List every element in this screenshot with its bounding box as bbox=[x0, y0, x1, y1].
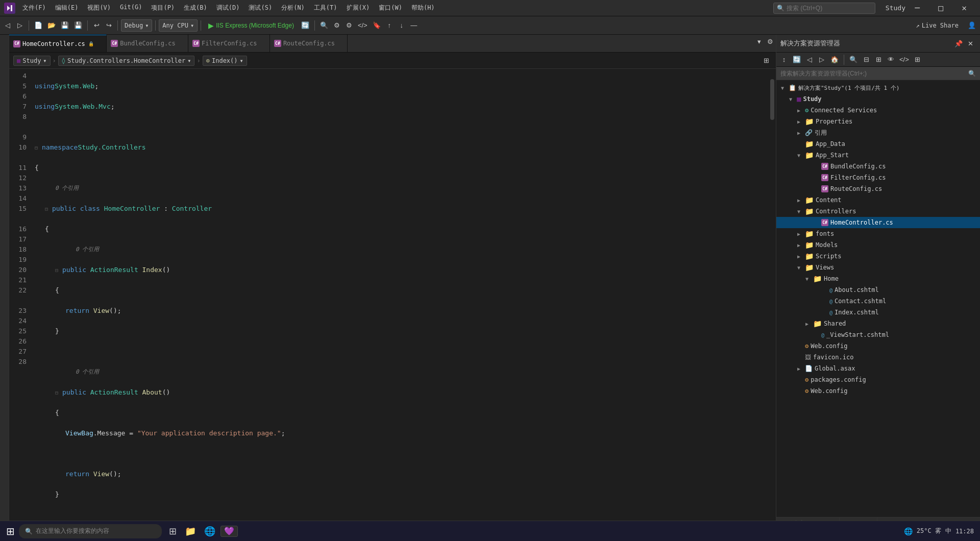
se-close-button[interactable]: ✕ bbox=[965, 37, 976, 50]
se-code-button[interactable]: </> bbox=[897, 53, 911, 66]
tool2-button[interactable]: ⚙ bbox=[331, 19, 342, 32]
nav1-button[interactable]: ↑ bbox=[384, 19, 395, 32]
tab-homecontroller[interactable]: C# HomeController.cs 🔒 ✕ bbox=[9, 35, 107, 52]
save-button[interactable]: 💾 bbox=[59, 19, 71, 32]
tree-properties[interactable]: 📁 Properties bbox=[776, 116, 980, 127]
tree-home-folder[interactable]: 📁 Home bbox=[776, 273, 980, 284]
menu-view[interactable]: 视图(V) bbox=[83, 3, 115, 13]
tree-app-start[interactable]: 📁 App_Start bbox=[776, 150, 980, 161]
tab-routeconfig[interactable]: C# RouteConfig.cs ✕ bbox=[270, 35, 348, 52]
live-share-button[interactable]: ↗ Live Share bbox=[912, 22, 963, 29]
member-dropdown[interactable]: ⊙ Index() ▾ bbox=[203, 56, 247, 66]
se-sync-button[interactable]: ↕ bbox=[778, 53, 790, 66]
tree-references[interactable]: 🔗 引用 bbox=[776, 127, 980, 138]
tree-favicon[interactable]: 🖼 favicon.ico bbox=[776, 352, 980, 363]
menu-help[interactable]: 帮助(H) bbox=[407, 3, 439, 13]
menu-tools[interactable]: 工具(T) bbox=[310, 3, 341, 13]
scroll-thumb[interactable] bbox=[770, 79, 774, 120]
forward-button[interactable]: ▷ bbox=[14, 19, 26, 32]
tree-webconfig[interactable]: ⚙ Web.config bbox=[776, 340, 980, 352]
namespace-dropdown[interactable]: ◊ Study.Controllers.HomeController ▾ bbox=[58, 56, 195, 66]
undo-button[interactable]: ↩ bbox=[91, 19, 102, 32]
tree-controllers[interactable]: 📁 Controllers bbox=[776, 206, 980, 217]
task-view-button[interactable]: ⊞ bbox=[166, 526, 180, 537]
tree-views[interactable]: 📁 Views bbox=[776, 262, 980, 273]
tree-study-project[interactable]: ■ Study bbox=[776, 93, 980, 105]
se-properties-button[interactable]: ⊞ bbox=[912, 53, 923, 66]
menu-git[interactable]: Git(G) bbox=[116, 3, 146, 13]
tree-models[interactable]: 📁 Models bbox=[776, 239, 980, 251]
code-editor[interactable]: 4 5 6 7 8 9 10 11 12 13 14 15 16 1 bbox=[9, 69, 776, 530]
se-collapse-button[interactable]: ⊟ bbox=[861, 53, 872, 66]
minimize-button[interactable]: ─ bbox=[905, 0, 929, 16]
bookmark-button[interactable]: 🔖 bbox=[371, 19, 383, 32]
browser-button[interactable]: 🌐 bbox=[201, 526, 218, 537]
tree-about[interactable]: @ About.cshtml bbox=[776, 284, 980, 296]
language-button[interactable]: 中 bbox=[945, 527, 951, 535]
refresh-button[interactable]: 🔄 bbox=[299, 19, 311, 32]
network-button[interactable]: 🌐 bbox=[904, 527, 913, 535]
tree-fonts[interactable]: 📁 fonts bbox=[776, 228, 980, 239]
tree-global-asax[interactable]: 📄 Global.asax bbox=[776, 363, 980, 374]
run-button[interactable]: ▶ IIS Express (Microsoft Edge) bbox=[204, 20, 298, 31]
nav3-button[interactable]: — bbox=[408, 19, 420, 32]
nav2-button[interactable]: ↓ bbox=[396, 19, 407, 32]
start-button[interactable]: ⊞ bbox=[2, 525, 19, 537]
tool3-button[interactable]: ⚙ bbox=[344, 19, 355, 32]
se-filter-button[interactable]: 🔍 bbox=[847, 53, 860, 66]
menu-extensions[interactable]: 扩展(X) bbox=[342, 3, 374, 13]
redo-button[interactable]: ↪ bbox=[103, 19, 114, 32]
vs-taskbar-button[interactable]: 💜 bbox=[220, 526, 238, 537]
new-file-button[interactable]: 📄 bbox=[32, 19, 44, 32]
explorer-button[interactable]: 📁 bbox=[182, 526, 199, 537]
menu-project[interactable]: 项目(P) bbox=[147, 3, 179, 13]
tree-filterconfig[interactable]: C# FilterConfig.cs bbox=[776, 172, 980, 183]
tab-overflow-button[interactable]: ▾ bbox=[753, 35, 765, 48]
tab-settings-button[interactable]: ⚙ bbox=[765, 35, 776, 48]
tree-scripts[interactable]: 📁 Scripts bbox=[776, 251, 980, 262]
close-button[interactable]: ✕ bbox=[952, 0, 976, 16]
split-editor-button[interactable]: ⊞ bbox=[761, 54, 772, 67]
tree-content[interactable]: 📁 Content bbox=[776, 194, 980, 206]
debug-mode-dropdown[interactable]: Debug ▾ bbox=[121, 19, 152, 32]
tree-shared[interactable]: 📁 Shared bbox=[776, 318, 980, 329]
account-button[interactable]: 👤 bbox=[966, 19, 978, 32]
se-back-button[interactable]: ◁ bbox=[804, 53, 815, 66]
menu-file[interactable]: 文件(F) bbox=[18, 3, 50, 13]
project-dropdown[interactable]: ■ Study ▾ bbox=[13, 56, 51, 66]
taskbar-search[interactable]: 🔍 在这里输入你要搜索的内容 bbox=[19, 524, 162, 538]
search-tool-button[interactable]: 🔍 bbox=[318, 19, 330, 32]
tree-bundleconfig[interactable]: C# BundleConfig.cs bbox=[776, 161, 980, 172]
tree-app-data[interactable]: 📁 App_Data bbox=[776, 138, 980, 150]
menu-window[interactable]: 窗口(W) bbox=[375, 3, 406, 13]
tree-viewstart[interactable]: @ _ViewStart.cshtml bbox=[776, 329, 980, 340]
tab-bundleconfig[interactable]: C# BundleConfig.cs ✕ bbox=[107, 35, 188, 52]
se-home-button[interactable]: 🏠 bbox=[828, 53, 841, 66]
se-search-input[interactable] bbox=[780, 70, 966, 77]
se-refresh-button[interactable]: 🔄 bbox=[791, 53, 803, 66]
se-show-all-button[interactable]: 👁 bbox=[885, 53, 896, 66]
tree-webconfig-2[interactable]: ⚙ Web.config bbox=[776, 385, 980, 397]
se-forward-button[interactable]: ▷ bbox=[816, 53, 827, 66]
menu-analyze[interactable]: 分析(N) bbox=[277, 3, 309, 13]
tree-connected-services[interactable]: ⚙ Connected Services bbox=[776, 105, 980, 116]
code-view-button[interactable]: </> bbox=[356, 19, 370, 32]
menu-debug[interactable]: 调试(D) bbox=[212, 3, 244, 13]
code-content-area[interactable]: using System.Web; using System.Web.Mvc; … bbox=[31, 69, 769, 530]
tree-contact[interactable]: @ Contact.cshtml bbox=[776, 296, 980, 307]
tree-homecontroller[interactable]: C# HomeController.cs bbox=[776, 217, 980, 228]
tree-packages-config[interactable]: ⚙ packages.config bbox=[776, 374, 980, 385]
tree-solution[interactable]: 📋 解决方案"Study"(1 个项目/共 1 个) bbox=[776, 82, 980, 93]
se-pin-button[interactable]: 📌 bbox=[952, 37, 965, 50]
save-all-button[interactable]: 💾 bbox=[72, 19, 84, 32]
global-search-input[interactable] bbox=[787, 5, 863, 12]
tree-index-cshtml[interactable]: @ Index.cshtml bbox=[776, 307, 980, 318]
menu-build[interactable]: 生成(B) bbox=[180, 3, 211, 13]
maximize-button[interactable]: □ bbox=[929, 0, 952, 16]
se-expand-button[interactable]: ⊞ bbox=[873, 53, 884, 66]
menu-test[interactable]: 测试(S) bbox=[244, 3, 276, 13]
back-button[interactable]: ◁ bbox=[2, 19, 13, 32]
tree-routeconfig[interactable]: C# RouteConfig.cs bbox=[776, 183, 980, 194]
menu-edit[interactable]: 编辑(E) bbox=[51, 3, 83, 13]
tab-filterconfig[interactable]: C# FilterConfig.cs ✕ bbox=[188, 35, 270, 52]
